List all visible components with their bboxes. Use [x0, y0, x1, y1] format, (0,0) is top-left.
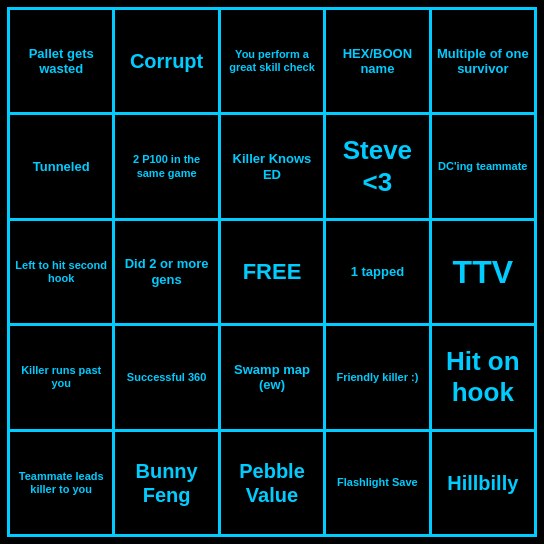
cell-r1c0[interactable]: Tunneled [10, 115, 112, 217]
cell-r3c1[interactable]: Successful 360 [115, 326, 217, 428]
cell-r4c3[interactable]: Flashlight Save [326, 432, 428, 534]
cell-r3c3[interactable]: Friendly killer :) [326, 326, 428, 428]
cell-r1c3[interactable]: Steve <3 [326, 115, 428, 217]
cell-r2c3[interactable]: 1 tapped [326, 221, 428, 323]
cell-r0c4[interactable]: Multiple of one survivor [432, 10, 534, 112]
cell-r1c1[interactable]: 2 P100 in the same game [115, 115, 217, 217]
cell-r0c0[interactable]: Pallet gets wasted [10, 10, 112, 112]
cell-r2c4[interactable]: TTV [432, 221, 534, 323]
cell-r2c1[interactable]: Did 2 or more gens [115, 221, 217, 323]
cell-r2c0[interactable]: Left to hit second hook [10, 221, 112, 323]
cell-r0c1[interactable]: Corrupt [115, 10, 217, 112]
cell-r4c1[interactable]: Bunny Feng [115, 432, 217, 534]
cell-r4c4[interactable]: Hillbilly [432, 432, 534, 534]
cell-r0c3[interactable]: HEX/BOON name [326, 10, 428, 112]
cell-r1c4[interactable]: DC'ing teammate [432, 115, 534, 217]
cell-r3c4[interactable]: Hit on hook [432, 326, 534, 428]
cell-r1c2[interactable]: Killer Knows ED [221, 115, 323, 217]
cell-r0c2[interactable]: You perform a great skill check [221, 10, 323, 112]
bingo-board: Pallet gets wastedCorruptYou perform a g… [7, 7, 537, 537]
cell-r4c0[interactable]: Teammate leads killer to you [10, 432, 112, 534]
cell-r4c2[interactable]: Pebble Value [221, 432, 323, 534]
cell-r3c0[interactable]: Killer runs past you [10, 326, 112, 428]
cell-r2c2[interactable]: FREE [221, 221, 323, 323]
cell-r3c2[interactable]: Swamp map (ew) [221, 326, 323, 428]
